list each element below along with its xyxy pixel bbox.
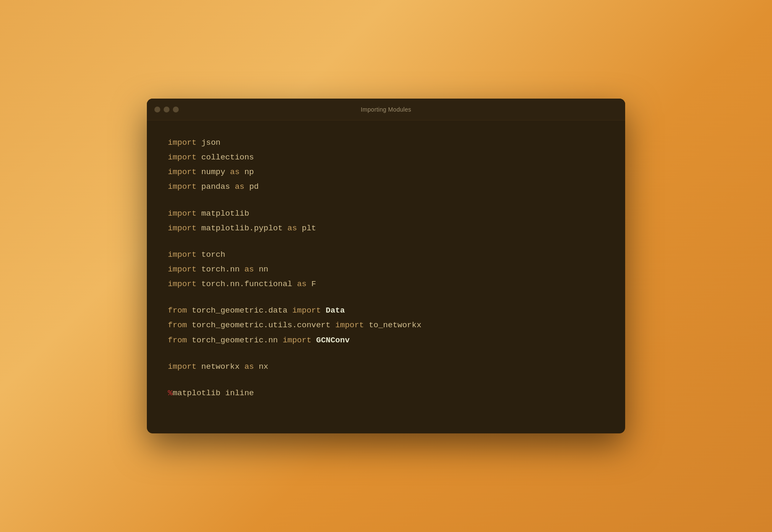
code-block-5: import networkx as nx [168,360,604,374]
maximize-button[interactable] [173,107,179,112]
code-area: import json import collections import nu… [147,120,625,433]
line-import-pandas: import pandas as pd [168,180,604,194]
traffic-lights [154,107,179,112]
line-import-matplotlib: import matplotlib [168,206,604,221]
line-import-pyplot: import matplotlib.pyplot as plt [168,221,604,236]
line-import-torch-nn: import torch.nn as nn [168,262,604,277]
minimize-button[interactable] [164,107,170,112]
line-from-convert: from torch_geometric.utils.convert impor… [168,318,604,333]
line-magic-matplotlib: %matplotlib inline [168,386,604,401]
line-import-collections: import collections [168,150,604,165]
code-block-4: from torch_geometric.data import Data fr… [168,303,604,347]
window-title: Importing Modules [361,106,411,113]
line-from-data: from torch_geometric.data import Data [168,303,604,318]
line-import-numpy: import numpy as np [168,165,604,180]
line-import-networkx: import networkx as nx [168,360,604,374]
code-block-1: import json import collections import nu… [168,136,604,195]
titlebar: Importing Modules [147,99,625,120]
line-import-json: import json [168,136,604,150]
terminal-window: Importing Modules import json import col… [147,99,625,433]
code-block-6: %matplotlib inline [168,386,604,401]
code-block-3: import torch import torch.nn as nn impor… [168,248,604,292]
close-button[interactable] [154,107,160,112]
line-from-gcnconv: from torch_geometric.nn import GCNConv [168,333,604,348]
line-import-torch: import torch [168,248,604,262]
code-block-2: import matplotlib import matplotlib.pypl… [168,206,604,236]
line-import-torch-functional: import torch.nn.functional as F [168,277,604,292]
